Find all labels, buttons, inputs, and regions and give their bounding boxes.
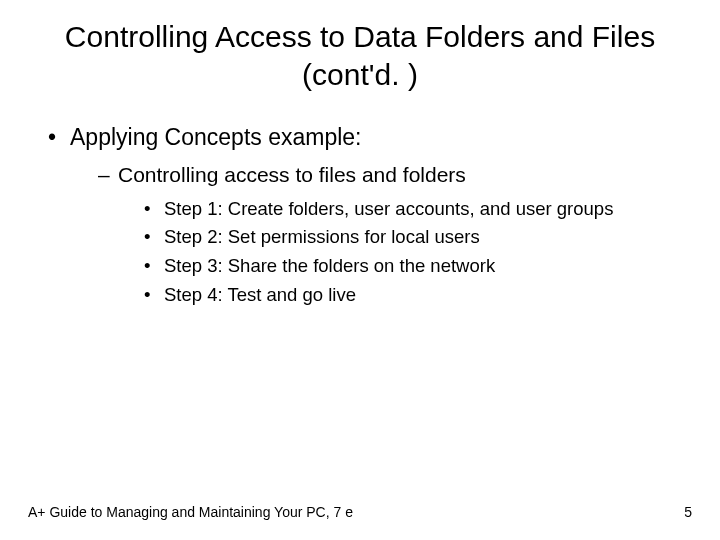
step-text: Step 4: Test and go live (164, 284, 356, 305)
footer: A+ Guide to Managing and Maintaining You… (28, 504, 692, 520)
bullet-l1-text: Applying Concepts example: (70, 124, 362, 150)
step-item: Step 1: Create folders, user accounts, a… (144, 195, 692, 224)
bullet-l2-text: Controlling access to files and folders (118, 163, 466, 186)
bullet-l1-item: Applying Concepts example: Controlling a… (48, 121, 692, 309)
bullet-level-1: Applying Concepts example: Controlling a… (28, 121, 692, 309)
bullet-level-2: Controlling access to files and folders … (70, 160, 692, 309)
page-number: 5 (684, 504, 692, 520)
slide-title: Controlling Access to Data Folders and F… (28, 18, 692, 93)
footer-source: A+ Guide to Managing and Maintaining You… (28, 504, 353, 520)
bullet-l2-item: Controlling access to files and folders … (98, 160, 692, 309)
slide: Controlling Access to Data Folders and F… (0, 0, 720, 540)
step-item: Step 3: Share the folders on the network (144, 252, 692, 281)
bullet-level-3: Step 1: Create folders, user accounts, a… (118, 195, 692, 310)
step-item: Step 4: Test and go live (144, 281, 692, 310)
step-item: Step 2: Set permissions for local users (144, 223, 692, 252)
step-text: Step 3: Share the folders on the network (164, 255, 495, 276)
step-text: Step 2: Set permissions for local users (164, 226, 480, 247)
step-text: Step 1: Create folders, user accounts, a… (164, 198, 613, 219)
